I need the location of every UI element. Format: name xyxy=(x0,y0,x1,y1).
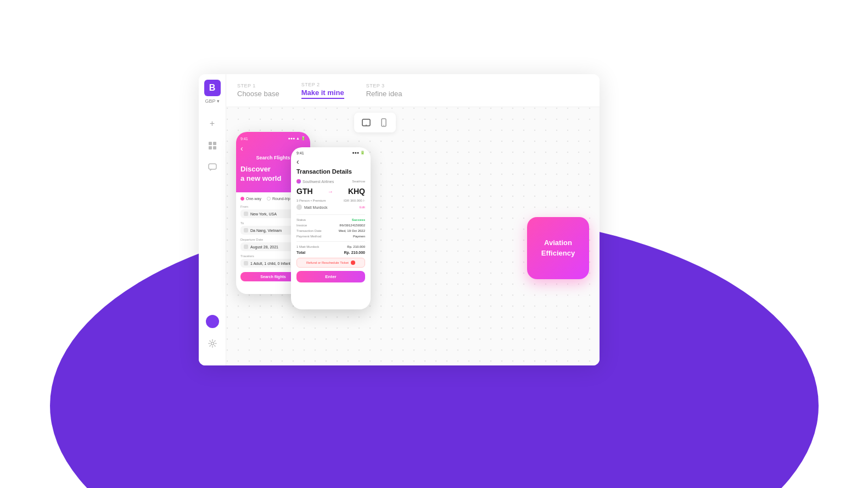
phone2-back-button[interactable]: ‹ xyxy=(291,157,371,168)
total-row: Total Rp. 210.000 xyxy=(296,251,365,254)
ticket-price-row: 1 Matt Murdock Rp. 210.000 xyxy=(296,245,365,248)
aviation-card-text: Aviation Efficiency xyxy=(541,238,575,258)
flight-details: 3 Person • Premium IDR 360.000 /- xyxy=(296,199,365,202)
calendar-icon xyxy=(244,245,248,249)
svg-rect-1 xyxy=(213,142,216,145)
device-toggle xyxy=(354,113,396,132)
airline-logo xyxy=(296,179,301,184)
phone-transaction-details: 9:41 ●●● 🔋 ‹ Transaction Details Southwe… xyxy=(291,147,371,309)
one-way-radio[interactable]: One-way xyxy=(240,197,261,201)
passenger-avatar xyxy=(296,204,302,210)
from-airport: GTH xyxy=(296,187,313,196)
round-trip-dot xyxy=(267,197,271,201)
step-2[interactable]: STEP 2 Make it mine xyxy=(301,82,344,99)
passenger-row: Matt Murdock Edit xyxy=(296,204,365,210)
currency-selector[interactable]: GBP ▾ xyxy=(205,98,219,104)
phone-view-icon[interactable] xyxy=(377,116,390,129)
airline-name: Southwest Airlines xyxy=(296,179,334,184)
svg-point-11 xyxy=(383,125,384,126)
refund-indicator xyxy=(351,260,355,265)
one-way-dot xyxy=(240,197,244,201)
round-trip-radio[interactable]: Round-trip xyxy=(267,197,290,201)
status-row: Status Success xyxy=(296,218,365,221)
transaction-body: Southwest Airlines Seat/row GTH → KHQ 3 … xyxy=(291,179,371,254)
refund-button[interactable]: Refund or Reschedule Ticket xyxy=(296,258,365,268)
chat-button[interactable] xyxy=(204,159,221,176)
steps-bar: STEP 1 Choose base STEP 2 Make it mine S… xyxy=(226,74,600,107)
add-button[interactable]: + xyxy=(204,115,221,132)
enter-button[interactable]: Enter xyxy=(296,271,365,282)
svg-point-9 xyxy=(366,125,367,126)
divider-1 xyxy=(296,214,365,215)
to-airport: KHQ xyxy=(348,187,365,196)
person-icon xyxy=(244,261,248,265)
invoice-row: Invoice INV39124159302 xyxy=(296,224,365,227)
date-row: Transaction Date Wed, 19 Oct 2022 xyxy=(296,229,365,232)
transaction-title: Transaction Details xyxy=(291,168,371,179)
sidebar-bottom xyxy=(204,315,221,360)
route-arrow: → xyxy=(328,188,333,195)
aviation-efficiency-card[interactable]: Aviation Efficiency xyxy=(527,217,589,279)
svg-rect-0 xyxy=(209,142,212,145)
sidebar: B GBP ▾ + xyxy=(199,74,226,365)
svg-rect-4 xyxy=(209,164,216,169)
svg-rect-2 xyxy=(209,146,212,149)
tablet-view-icon[interactable] xyxy=(360,116,373,129)
payment-row: Payment Method Paymen xyxy=(296,235,365,238)
location-icon-2 xyxy=(244,228,248,232)
phone1-status-bar: 9:41 ●●● ▲ 🔋 xyxy=(240,136,306,141)
status-value: Success xyxy=(352,218,365,221)
passenger-info: Matt Murdock xyxy=(296,204,327,210)
step-1[interactable]: STEP 1 Choose base xyxy=(237,83,279,98)
location-icon xyxy=(244,212,248,216)
svg-rect-3 xyxy=(213,146,216,149)
airline-row: Southwest Airlines Seat/row xyxy=(296,179,365,184)
settings-button[interactable] xyxy=(204,335,221,352)
step-3[interactable]: STEP 3 Refine idea xyxy=(366,83,402,98)
user-avatar[interactable] xyxy=(206,315,219,328)
svg-point-5 xyxy=(211,342,214,345)
grid-button[interactable] xyxy=(204,137,221,154)
phone2-status-bar: 9:41 ●●● 🔋 xyxy=(291,147,371,157)
divider-2 xyxy=(296,241,365,242)
edit-button[interactable]: Edit xyxy=(360,206,365,209)
flight-route: GTH → KHQ xyxy=(296,187,365,196)
seat-info: Seat/row xyxy=(352,180,365,183)
app-logo: B xyxy=(204,80,221,96)
